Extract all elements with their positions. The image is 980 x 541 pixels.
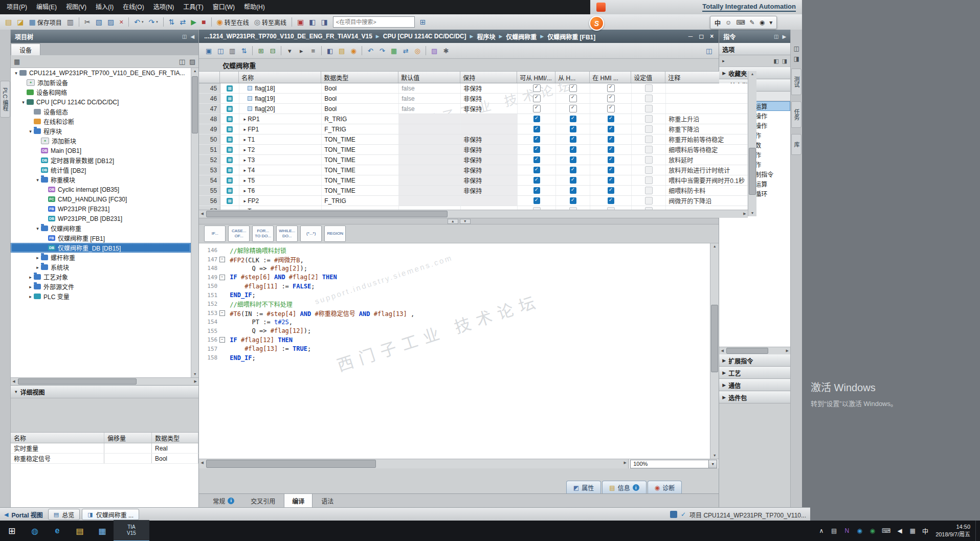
download-to-device-icon[interactable]: ⇅ (167, 16, 177, 28)
column-header[interactable]: 默认值 (398, 72, 460, 83)
ime-icon-4[interactable]: ◉ (760, 19, 765, 26)
scroll-thumb[interactable] (749, 148, 756, 195)
hmi-checkbox-cell[interactable] (590, 186, 632, 195)
interface-row[interactable]: 50▸T1TON_TIME非保持称重开始前等待稳定 (199, 134, 748, 145)
ime-icon-2[interactable]: ⌨ (736, 19, 745, 26)
fold-toggle-icon[interactable]: − (219, 275, 225, 280)
scroll-up-icon[interactable]: ▲ (710, 243, 719, 250)
onedrive-icon[interactable]: ▤ (831, 527, 838, 534)
tree-item[interactable]: Cyclic interrupt [OB35] (11, 185, 191, 194)
setpoint-checkbox-cell[interactable] (632, 104, 666, 114)
code-line[interactable]: 154 PT := t#2S, (199, 318, 710, 327)
show-project-library-icon[interactable]: ⊞ (418, 16, 428, 28)
menu-item[interactable]: 项目(P) (2, 0, 32, 14)
online-diagnostics-icon[interactable]: ▣ (295, 16, 306, 28)
member-default[interactable] (399, 175, 461, 185)
edge-panel-icon-1[interactable]: ◫ (793, 45, 799, 52)
code-line[interactable]: 157 #flag[13] := TRUE; (199, 345, 710, 354)
hmi-checkbox-cell[interactable] (556, 186, 590, 195)
column-header[interactable]: 保持 (460, 72, 517, 83)
tree-item[interactable]: 添加新块 (11, 136, 191, 146)
tree-item[interactable]: WP231PR [FB231] (11, 204, 191, 214)
splitter-down-icon[interactable]: ▼ (460, 219, 471, 224)
inspector-tab[interactable]: 常规i (205, 494, 242, 507)
nox-tray-icon[interactable]: N (843, 527, 851, 534)
absolute-relative-icon[interactable]: ◧ (324, 45, 336, 56)
redo-edit-icon[interactable]: ↷ (376, 45, 388, 56)
settings-icon[interactable]: ✱ (440, 45, 452, 56)
split-editor-vertical-icon[interactable]: ◨ (319, 16, 330, 28)
scroll-thumb[interactable] (18, 378, 137, 385)
go-offline-button[interactable]: ◎转至离线 (252, 16, 288, 28)
member-name-cell[interactable]: ▸T5 (239, 175, 322, 185)
hmi-checkbox-cell[interactable] (590, 196, 632, 206)
tree-item[interactable]: ▸PLC 变量 (11, 291, 191, 301)
editor-window-tab[interactable]: ▤总览 (48, 509, 80, 520)
interface-row[interactable]: 49▸FP1F_TRIG称重下降沿 (199, 124, 748, 134)
interface-row[interactable]: 51▸T2TON_TIME非保持细喂料后等待稳定 (199, 145, 748, 155)
bookmark-icon[interactable]: ▨ (429, 45, 440, 56)
member-type[interactable]: TON_TIME (322, 155, 399, 165)
tree-item[interactable]: ▾程序块 (11, 126, 191, 136)
hmi-checkbox-cell[interactable] (556, 145, 590, 154)
setpoint-checkbox-cell[interactable] (632, 83, 666, 93)
insert-row-icon[interactable]: ⊞ (255, 45, 266, 56)
member-type[interactable]: R_TRIG (322, 114, 399, 124)
member-default[interactable] (399, 196, 461, 206)
inspector-tab[interactable]: 交叉引用 (243, 494, 283, 507)
tree-item[interactable]: Main [OB1] (11, 146, 191, 155)
expand-all-icon[interactable]: ▨ (189, 58, 195, 65)
member-type[interactable] (322, 206, 399, 210)
restore-button[interactable]: ◻ (699, 33, 704, 40)
scroll-thumb[interactable] (206, 460, 376, 468)
tree-item[interactable]: ▾CPU1214_WP231PR_TP700_V110_DE_ENG_FR_TI… (11, 68, 191, 78)
collapse-members-icon[interactable]: ▸ (296, 45, 307, 56)
taskbar-ime-indicator[interactable]: 中 (920, 527, 930, 535)
save-project-button[interactable]: ▦保存项目 (27, 16, 63, 28)
scroll-down-icon[interactable]: ▼ (748, 210, 756, 216)
hmi-checkbox-cell[interactable] (518, 104, 556, 114)
column-header[interactable]: 在 HMI ... (590, 72, 631, 83)
member-comment[interactable]: 称重上升沿 (666, 114, 748, 124)
interface-row[interactable]: 47flag[20]Boolfalse非保持 (199, 104, 748, 114)
member-retain[interactable]: 非保持 (461, 165, 518, 175)
tree-item[interactable]: 在线和诊断 (11, 117, 191, 126)
instruction-section[interactable]: ▶通信 (719, 379, 790, 391)
start-cpu-icon[interactable]: ▶ (189, 16, 198, 28)
tree-item[interactable]: 定时器背景数据 [DB12] (11, 155, 191, 165)
column-header[interactable]: 名称 (239, 72, 321, 83)
setpoint-checkbox-cell[interactable] (632, 145, 666, 154)
breadcrumb-item[interactable]: ...1214_WP231PR_TP700_V110_DE_ENG_FR_TIA… (204, 33, 372, 40)
scroll-left-icon[interactable]: ◀ (719, 347, 725, 354)
menu-item[interactable]: 视图(V) (61, 0, 91, 14)
code-line[interactable]: 156−IF #flag[12] THEN (199, 335, 710, 345)
hmi-checkbox-cell[interactable] (590, 155, 632, 165)
fold-toggle-icon[interactable]: − (219, 337, 225, 343)
interface-row[interactable]: 46flag[19]Boolfalse非保持 (199, 94, 748, 104)
pinned-app-icon[interactable] (596, 3, 606, 12)
member-type[interactable]: TON_TIME (322, 145, 399, 154)
menu-item[interactable]: 插入(I) (91, 0, 118, 14)
tree-item[interactable]: ▾称重模块 (11, 175, 191, 185)
code-lines[interactable]: support.industry.siemens.com 西门子工业 技术论坛 … (199, 243, 710, 459)
code-line[interactable]: 155 Q => #flag[12]); (199, 327, 710, 336)
code-line[interactable]: 149−IF #step[6] AND #flag[2] THEN (199, 273, 710, 282)
sogou-ime-logo[interactable]: S (589, 16, 604, 31)
code-line[interactable]: 158END_IF; (199, 353, 710, 363)
interface-row[interactable]: 54▸T5TON_TIME非保持喂料中当需要开阀时开0.1秒 (199, 175, 748, 186)
hmi-checkbox-cell[interactable] (518, 155, 556, 165)
new-project-icon[interactable]: ▤ (3, 16, 14, 28)
taskbar-active-app[interactable]: TIA V15 (114, 520, 149, 541)
member-name-cell[interactable]: ▸T2 (239, 145, 322, 154)
hmi-checkbox-cell[interactable] (518, 134, 556, 144)
scroll-right-icon[interactable]: ▶ (192, 378, 198, 385)
member-default[interactable] (399, 145, 461, 154)
member-default[interactable] (399, 206, 461, 210)
member-default[interactable] (399, 114, 461, 124)
hmi-checkbox-cell[interactable] (556, 114, 590, 124)
member-comment[interactable]: 放料开始进行计时统计 (666, 165, 748, 175)
member-default[interactable]: false (399, 83, 461, 93)
snippet-tab[interactable]: FOR... TO DO... (252, 226, 274, 242)
edge-browser-icon[interactable]: e (46, 521, 69, 541)
member-retain[interactable] (461, 114, 518, 124)
